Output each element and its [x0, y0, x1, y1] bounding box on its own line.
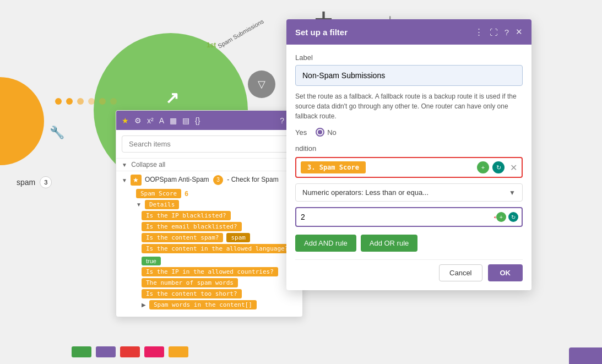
ok-button[interactable]: OK — [488, 264, 523, 281]
operator-dropdown-label: Numeric operators: Less than or equa... — [302, 188, 429, 197]
text-icon[interactable]: A — [159, 116, 164, 125]
right-panel-header: Set up a filter ⋮ ⛶ ? ✕ — [286, 19, 532, 45]
table-icon[interactable]: ▤ — [182, 116, 189, 125]
detail-item-6: The number of spam words — [142, 278, 297, 287]
tree-content: ▼ ★ OOPSpam Anti-Spam 3 - Check for Spam… — [116, 171, 302, 317]
spam-words-content-collapse[interactable]: ▶ — [142, 302, 146, 308]
collapse-arrow-icon: ▼ — [122, 162, 127, 168]
search-input[interactable] — [122, 135, 297, 153]
detail-item-5: Is the IP in the allowed countries? — [142, 267, 297, 276]
dot-orange — [55, 98, 62, 105]
code-icon[interactable]: {} — [195, 116, 200, 125]
cancel-button[interactable]: Cancel — [439, 264, 482, 281]
yes-radio-label: Yes — [295, 128, 307, 137]
label-input[interactable] — [295, 65, 523, 86]
add-rule-buttons: Add AND rule Add OR rule — [295, 235, 523, 252]
content-short-chip: Is the content too short? — [142, 289, 242, 298]
condition-section-label: ndition — [295, 144, 523, 153]
radio-group: Yes No — [295, 128, 523, 137]
spam-canvas-badge: 3 — [40, 176, 52, 188]
ip-blacklisted-chip: Is the IP blacklisted? — [142, 211, 231, 220]
content-spam-chip: Is the content spam? — [142, 233, 223, 242]
value-add-icon[interactable]: + — [496, 212, 506, 222]
left-panel: ★ ⚙ x² A ▦ ▤ {} ? ✕ ▼ Collapse all ▼ ★ O… — [116, 110, 303, 317]
allowed-language-chip: Is the content in the allowed language? — [142, 244, 292, 253]
chevron-down-icon: ▼ — [509, 189, 516, 197]
dot-orange4 — [88, 98, 95, 105]
collapse-all-toggle[interactable]: ▼ Collapse all — [116, 159, 302, 171]
bottom-red-bar — [120, 346, 140, 357]
settings-icon[interactable]: ⚙ — [134, 116, 142, 125]
condition-add-icon[interactable]: + — [477, 161, 489, 173]
true-chip: true — [142, 257, 161, 265]
add-or-button[interactable]: Add OR rule — [361, 235, 418, 252]
spam-score-value: 6 — [185, 190, 188, 198]
condition-refresh-icon[interactable]: ↻ — [492, 161, 505, 173]
label-field-label: Label — [295, 53, 523, 62]
right-panel: Set up a filter ⋮ ⛶ ? ✕ Label Set the ro… — [286, 19, 532, 290]
detail-items: Is the IP blacklisted? Is the email blac… — [142, 211, 297, 309]
detail-item-3: Is the content spam? spam — [142, 233, 297, 242]
bottom-orange-bar — [169, 346, 188, 357]
detail-item-4: Is the content in the allowed language? … — [142, 244, 297, 265]
add-and-button[interactable]: Add AND rule — [295, 235, 356, 252]
expand-icon[interactable]: ⛶ — [490, 28, 498, 37]
bottom-green-bar — [72, 346, 91, 357]
no-radio-option[interactable]: No — [316, 128, 337, 137]
email-blacklisted-chip: Is the email blacklisted? — [142, 222, 242, 231]
collapse-all-label: Collapse all — [131, 161, 165, 169]
grid-icon[interactable]: ▦ — [170, 116, 177, 125]
help-panel-icon[interactable]: ? — [505, 28, 509, 37]
tree-star-icon: ★ — [131, 175, 142, 186]
value-input-icons: + ↻ — [496, 212, 518, 222]
condition-close-icon[interactable]: ✕ — [510, 162, 517, 173]
value-refresh-icon[interactable]: ↻ — [508, 212, 518, 222]
more-options-icon[interactable]: ⋮ — [475, 27, 483, 37]
panel-actions: Cancel OK — [295, 259, 523, 281]
dots-row — [55, 98, 117, 105]
bottom-pink-bar — [144, 346, 164, 357]
detail-item-8: ▶ Spam words in the content[] — [142, 300, 297, 309]
right-panel-title: Set up a filter — [295, 28, 475, 37]
panel-toolbar: ★ ⚙ x² A ▦ ▤ {} ? ✕ — [116, 111, 302, 130]
spam-score-chip: Spam Score — [136, 189, 181, 198]
dot-orange2 — [66, 98, 73, 105]
formula-icon[interactable]: x² — [147, 116, 154, 125]
detail-item-7: Is the content too short? — [142, 289, 297, 298]
right-panel-body: Label Set the route as a fallback. A fal… — [286, 45, 532, 290]
allowed-countries-chip: Is the IP in the allowed countries? — [142, 267, 278, 276]
spam-value-chip: spam — [226, 233, 250, 242]
details-collapse-icon[interactable]: ▼ — [136, 202, 142, 208]
condition-chip: 3. Spam Score — [301, 161, 366, 173]
dot-orange3 — [77, 98, 84, 105]
value-input[interactable] — [301, 213, 489, 221]
main-node-label: OOPSpam Anti-Spam 3 - Check for Spam — [145, 175, 279, 185]
no-radio-text: No — [327, 128, 337, 137]
details-chip: Details — [145, 200, 179, 209]
search-container — [116, 130, 302, 159]
condition-icons: + ↻ ✕ — [477, 161, 517, 173]
tree-collapse-icon[interactable]: ▼ — [122, 177, 127, 183]
dot-orange5 — [99, 98, 106, 105]
value-input-container: ← + ↻ — [295, 207, 523, 227]
spam-words-chip: The number of spam words — [142, 278, 238, 287]
wrench-icon: 🔧 — [50, 126, 64, 140]
details-row: ▼ Details — [136, 200, 297, 209]
main-node-badge: 3 — [213, 175, 223, 185]
operator-dropdown[interactable]: Numeric operators: Less than or equa... … — [295, 183, 523, 202]
first-badge: 1st — [207, 41, 216, 49]
help-icon[interactable]: ? — [280, 116, 284, 125]
purple-bottom-right — [569, 347, 602, 364]
dot-orange6 — [110, 98, 117, 105]
spam-words-content-chip: Spam words in the content[] — [149, 300, 257, 309]
close-panel-icon[interactable]: ✕ — [516, 27, 523, 37]
header-icons-group: ⋮ ⛶ ? ✕ — [475, 27, 523, 37]
description-text: Set the route as a fallback. A fallback … — [295, 91, 523, 121]
bottom-color-bars — [72, 346, 188, 357]
arrow-icon: ↗ — [165, 88, 179, 107]
detail-item-2: Is the email blacklisted? — [142, 222, 297, 231]
spam-score-row: Spam Score 6 — [136, 189, 297, 198]
filter-icon-circle: ▽ — [248, 70, 275, 98]
star-icon[interactable]: ★ — [122, 116, 129, 125]
no-radio-dot — [316, 128, 324, 137]
